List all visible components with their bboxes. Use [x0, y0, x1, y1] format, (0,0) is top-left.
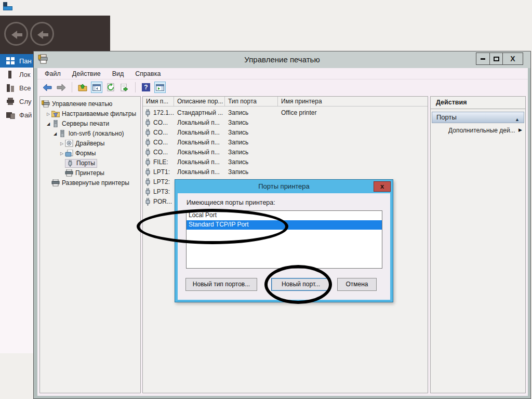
port-row[interactable]: CO...Локальный п...Запись: [143, 128, 428, 138]
printer-icon: [42, 100, 50, 108]
more-actions-item[interactable]: Дополнительные дей... ▶: [431, 127, 525, 135]
column-header-port-type[interactable]: Тип порта: [225, 97, 278, 107]
close-icon: X: [510, 55, 515, 63]
server-icon: [58, 130, 66, 137]
file-services-icon: [6, 111, 15, 119]
port-row[interactable]: FILE:Локальный п...Запись: [143, 157, 428, 167]
actions-pane: Действия Порты ▲ Дополнительные дей... ▶: [430, 96, 526, 393]
expander-expanded-icon[interactable]: ◢: [52, 131, 58, 136]
tree-item-printers[interactable]: Принтеры: [40, 168, 140, 178]
sidebar-item-label: Пан: [19, 57, 32, 65]
server-manager-navbar: [0, 16, 110, 54]
menu-help[interactable]: Справка: [135, 70, 161, 77]
close-button[interactable]: X: [502, 52, 523, 65]
column-header-printer-name[interactable]: Имя принтера: [278, 97, 427, 107]
help-icon[interactable]: ?: [140, 82, 152, 93]
forward-arrow-icon[interactable]: [56, 82, 67, 93]
port-row[interactable]: CO...Локальный п...Запись: [143, 148, 428, 157]
tree-item-print-management[interactable]: Управление печатью: [40, 99, 140, 109]
maximize-button[interactable]: [489, 52, 503, 65]
new-port-type-button[interactable]: Новый тип портов...: [185, 278, 257, 291]
window-title: Управление печатью: [34, 55, 530, 64]
server-manager-icon: [3, 2, 12, 10]
close-icon: x: [380, 182, 384, 190]
maximize-icon: [494, 57, 499, 61]
sidebar-item-label: Слу: [19, 98, 31, 105]
list-header-row: Имя п... Описание пор... Тип порта Имя п…: [143, 97, 428, 107]
dialog-title: Порты принтера: [175, 180, 393, 193]
column-header-port-description[interactable]: Описание пор...: [174, 97, 225, 107]
minimize-icon: [481, 58, 485, 60]
printer-icon: [51, 179, 60, 187]
tree-item-lon-svr6[interactable]: ◢ lon-svr6 (локально): [40, 129, 140, 138]
selected-tree-item: Порты: [65, 159, 97, 168]
back-icon[interactable]: [4, 22, 28, 46]
annotation-ellipse-standard-tcpip: [137, 209, 288, 244]
print-services-icon: [6, 98, 15, 105]
toolbar: ?: [37, 79, 528, 95]
annotation-ellipse-new-port-button: [264, 265, 332, 304]
tree-item-print-servers[interactable]: ◢ Серверы печати: [40, 119, 140, 128]
column-header-port-name[interactable]: Имя п...: [143, 97, 174, 107]
expander-collapsed-icon[interactable]: ▷: [59, 151, 65, 156]
title-bar[interactable]: Управление печатью X: [34, 51, 530, 68]
actions-pane-title: Действия: [431, 97, 525, 109]
export-list-icon[interactable]: [119, 82, 130, 93]
expander-collapsed-icon[interactable]: ▷: [45, 112, 51, 116]
port-row[interactable]: LPT1:Локальный п...Запись: [143, 167, 428, 177]
expander-collapsed-icon[interactable]: ▷: [59, 141, 65, 146]
cancel-button[interactable]: Отмена: [337, 278, 377, 291]
menu-action[interactable]: Действие: [72, 70, 101, 77]
menu-view[interactable]: Вид: [112, 70, 124, 77]
menu-file[interactable]: Файл: [45, 70, 61, 77]
server-icon: [51, 120, 60, 127]
port-row[interactable]: CO...Локальный п...Запись: [143, 138, 428, 148]
local-server-icon: [6, 71, 15, 78]
submenu-arrow-icon: ▶: [518, 127, 522, 132]
tree-item-drivers[interactable]: ▷ Драйверы: [40, 139, 140, 148]
server-manager-titlebar: [0, 0, 110, 16]
minimize-button[interactable]: [476, 52, 490, 65]
up-one-level-icon[interactable]: [77, 82, 88, 93]
actions-section-ports[interactable]: Порты ▲: [432, 112, 524, 123]
sidebar-item-label: Все: [19, 84, 31, 92]
tree-item-forms[interactable]: ▷ Формы: [40, 149, 140, 158]
show-action-pane-icon[interactable]: [154, 82, 166, 93]
all-servers-icon: [6, 84, 15, 92]
forward-icon[interactable]: [30, 22, 54, 46]
console-tree-pane: Управление печатью ▷ Настраиваемые фильт…: [39, 96, 141, 393]
port-icon: [66, 159, 74, 167]
forms-icon: [65, 150, 73, 157]
drivers-icon: [65, 140, 73, 147]
tree-item-custom-filters[interactable]: ▷ Настраиваемые фильтры: [40, 109, 140, 118]
port-row[interactable]: CO...Локальный п...Запись: [143, 118, 428, 128]
refresh-icon[interactable]: [105, 82, 116, 93]
filter-folder-icon: [51, 110, 60, 117]
sidebar-item-label: Лок: [19, 71, 30, 78]
expander-expanded-icon[interactable]: ◢: [45, 122, 51, 126]
sidebar-item-label: Фай: [19, 111, 32, 119]
available-ports-label: Имеющиеся порты принтера:: [187, 199, 275, 206]
tree-item-ports[interactable]: Порты: [40, 158, 140, 168]
menu-bar: Файл Действие Вид Справка: [37, 68, 528, 79]
dialog-close-button[interactable]: x: [374, 181, 391, 192]
show-console-tree-icon[interactable]: [91, 82, 102, 93]
dashboard-icon: [6, 57, 15, 65]
tree-item-deployed-printers[interactable]: Развернутые принтеры: [40, 178, 140, 188]
back-arrow-icon[interactable]: [42, 82, 53, 93]
port-row[interactable]: 172.1...Стандартный ...ЗаписьOffice prin…: [143, 108, 428, 118]
printer-icon: [65, 169, 73, 177]
collapse-section-icon[interactable]: ▲: [515, 114, 520, 125]
